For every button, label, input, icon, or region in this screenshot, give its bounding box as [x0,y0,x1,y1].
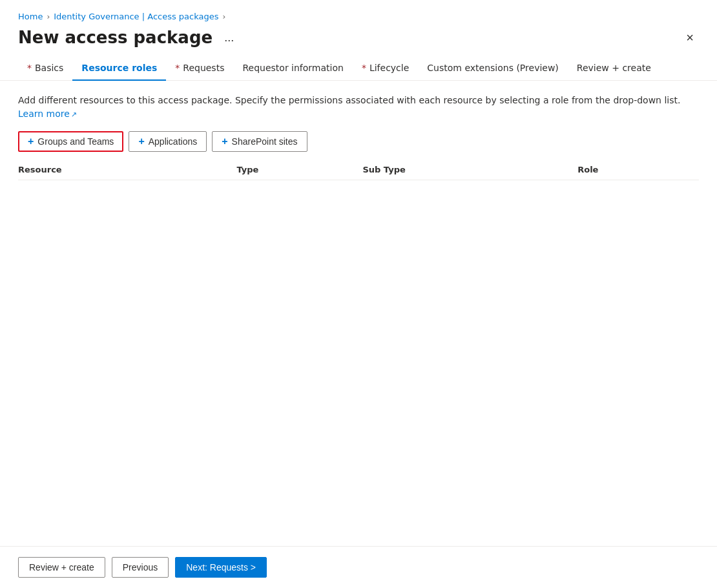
sharepoint-sites-label: SharePoint sites [232,136,298,147]
previous-button[interactable]: Previous [112,557,169,578]
page-title-row: New access package ... [18,28,238,47]
add-sharepoint-sites-button[interactable]: + SharePoint sites [212,131,307,152]
col-type: Type [236,160,362,180]
next-button[interactable]: Next: Requests > [175,557,267,578]
plus-icon-groups: + [28,136,34,147]
description-text: Add different resources to this access p… [18,94,699,121]
breadcrumb-sep2: › [223,12,226,21]
page-wrapper: Home › Identity Governance | Access pack… [0,0,717,588]
breadcrumb-identity-governance[interactable]: Identity Governance | Access packages [54,12,218,21]
plus-icon-applications: + [138,136,144,147]
external-link-icon: ↗ [71,110,77,119]
tab-requests-required: * [175,63,180,73]
breadcrumb-sep1: › [47,12,50,21]
content-area: Add different resources to this access p… [0,81,717,546]
plus-icon-sharepoint: + [222,136,227,147]
breadcrumb: Home › Identity Governance | Access pack… [0,0,717,25]
tab-lifecycle-label: Lifecycle [369,63,409,73]
footer: Review + create Previous Next: Requests … [0,546,717,588]
col-resource: Resource [18,160,236,180]
review-create-button[interactable]: Review + create [18,557,105,578]
resource-table: Resource Type Sub Type Role [18,160,699,180]
add-groups-teams-button[interactable]: + Groups and Teams [18,131,123,152]
breadcrumb-home[interactable]: Home [18,12,43,21]
learn-more-link[interactable]: Learn more↗ [18,109,77,119]
tab-requests[interactable]: * Requests [166,58,233,81]
tab-requestor-information-label: Requestor information [242,63,343,73]
page-title: New access package [18,28,213,47]
ellipsis-button[interactable]: ... [220,30,238,46]
tab-custom-extensions-label: Custom extensions (Preview) [427,63,559,73]
col-role: Role [577,160,699,180]
tab-basics[interactable]: * Basics [18,58,72,81]
table-header-row: Resource Type Sub Type Role [18,160,699,180]
action-buttons-row: + Groups and Teams + Applications + Shar… [18,131,699,152]
page-header: New access package ... × [0,25,717,58]
tab-review-create[interactable]: Review + create [568,58,660,81]
close-button[interactable]: × [681,28,699,47]
tab-review-create-label: Review + create [577,63,651,73]
tab-lifecycle[interactable]: * Lifecycle [353,58,418,81]
groups-teams-label: Groups and Teams [37,136,114,147]
tab-lifecycle-required: * [362,63,366,73]
tab-basics-label: Basics [35,63,63,73]
add-applications-button[interactable]: + Applications [129,131,207,152]
tab-resource-roles[interactable]: Resource roles [72,58,166,81]
tabs-bar: * Basics Resource roles * Requests Reque… [0,58,717,81]
tab-requestor-information[interactable]: Requestor information [233,58,352,81]
tab-custom-extensions[interactable]: Custom extensions (Preview) [418,58,568,81]
applications-label: Applications [149,136,198,147]
col-sub-type: Sub Type [362,160,577,180]
tab-requests-label: Requests [183,63,224,73]
tab-basics-required: * [27,63,32,73]
tab-resource-roles-label: Resource roles [81,63,157,73]
